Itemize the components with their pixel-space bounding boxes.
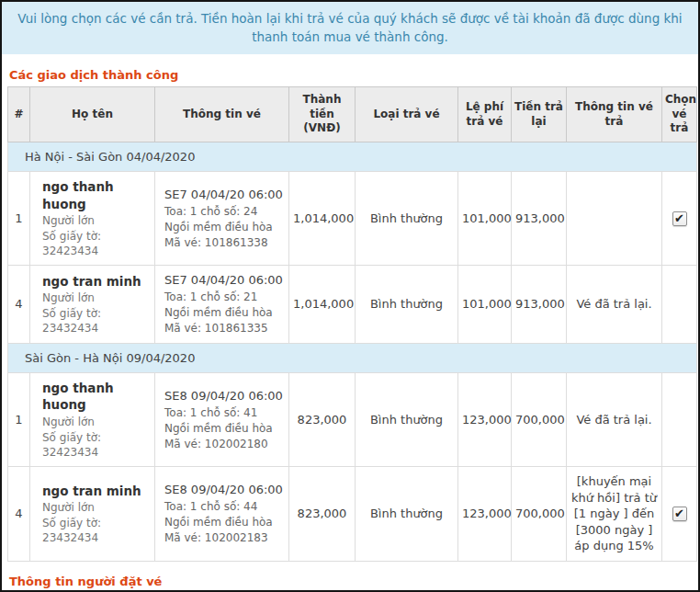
table-header-row: # Họ tên Thông tin vé Thành tiền (VNĐ) L… <box>8 87 697 142</box>
col-header-refund-type: Loại trả vé <box>356 87 458 142</box>
refund-fee: 101,000 <box>458 172 512 266</box>
table-row: 4 ngo tran minh Người lớn Số giấy tờ: 23… <box>8 266 697 343</box>
passenger-type: Người lớn <box>42 500 151 515</box>
ticket-code: Mã vé: 101861338 <box>164 235 285 250</box>
col-header-refund-info: Thông tin vé trả <box>567 87 662 142</box>
passenger-cell: ngo tran minh Người lớn Số giấy tờ: 2343… <box>30 467 155 562</box>
refund-fee: 123,000 <box>458 373 512 467</box>
col-header-fee: Lệ phí trả vé <box>458 87 512 142</box>
ticket-train: SE7 04/04/20 06:00 <box>164 187 285 203</box>
passenger-document: Số giấy tờ: 23432434 <box>42 306 151 336</box>
select-cell <box>662 266 697 343</box>
booker-heading: Thông tin người đặt vé <box>9 575 698 588</box>
ticket-seat-class: Ngồi mềm điều hòa <box>164 515 285 529</box>
ticket-code: Mã vé: 102002180 <box>164 437 285 451</box>
ticket-seat-class: Ngồi mềm điều hòa <box>164 220 285 234</box>
passenger-name: ngo thanh huong <box>42 178 151 211</box>
refund-fee: 123,000 <box>458 467 512 562</box>
section-header-row: Sài Gòn - Hà Nội 09/04/2020 <box>8 343 697 373</box>
ticket-code: Mã vé: 101861335 <box>164 321 285 336</box>
ticket-coach-seat: Toa: 1 chỗ số: 41 <box>164 405 285 420</box>
refund-type: Bình thường <box>356 373 458 467</box>
col-header-total: Thành tiền (VNĐ) <box>289 87 356 142</box>
refund-info: Vé đã trả lại. <box>567 373 662 467</box>
refund-page: Vui lòng chọn các vé cần trả. Tiền hoàn … <box>0 0 700 592</box>
passenger-document: Số giấy tờ: 23432434 <box>42 516 151 545</box>
total-amount: 823,000 <box>289 373 356 467</box>
select-cell <box>662 373 697 467</box>
refund-amount: 700,000 <box>512 373 567 467</box>
table-row: 1 ngo thanh huong Người lớn Số giấy tờ: … <box>8 373 697 467</box>
ticket-info-cell: SE8 09/04/20 06:00 Toa: 1 chỗ số: 41 Ngồ… <box>155 373 289 467</box>
row-index: 4 <box>8 266 30 343</box>
table-row: 4 ngo tran minh Người lớn Số giấy tờ: 23… <box>8 467 697 562</box>
total-amount: 1,014,000 <box>289 266 356 343</box>
refund-type: Bình thường <box>356 467 458 562</box>
refund-amount: 700,000 <box>512 467 567 562</box>
ticket-code: Mã vé: 102002183 <box>164 530 285 545</box>
refund-type: Bình thường <box>356 266 458 343</box>
refund-fee: 101,000 <box>458 266 512 343</box>
row-index: 1 <box>8 373 30 467</box>
ticket-seat-class: Ngồi mềm điều hòa <box>164 305 285 320</box>
section-header-row: Hà Nội - Sài Gòn 04/04/2020 <box>8 142 697 172</box>
passenger-type: Người lớn <box>42 213 151 228</box>
passenger-cell: ngo thanh huong Người lớn Số giấy tờ: 32… <box>30 373 155 467</box>
ticket-coach-seat: Toa: 1 chỗ số: 24 <box>164 204 285 219</box>
select-cell: ✔ <box>662 467 697 562</box>
col-header-select: Chọn vé trả <box>662 87 697 142</box>
col-header-name: Họ tên <box>30 87 155 142</box>
total-amount: 1,014,000 <box>289 172 356 266</box>
col-header-ticket-info: Thông tin vé <box>155 87 289 142</box>
ticket-info-cell: SE8 09/04/20 06:00 Toa: 1 chỗ số: 44 Ngồ… <box>155 467 289 562</box>
refund-info: Vé đã trả lại. <box>567 266 662 343</box>
select-cell: ✔ <box>662 172 697 266</box>
col-header-index: # <box>8 87 30 142</box>
passenger-type: Người lớn <box>42 415 151 429</box>
passenger-name: ngo tran minh <box>42 483 151 499</box>
passenger-document: Số giấy tờ: 32423434 <box>42 229 151 258</box>
passenger-type: Người lớn <box>42 290 151 305</box>
refund-info: [khuyến mại khứ hồi] trả từ [1 ngày ] đế… <box>567 467 662 562</box>
refund-amount: 913,000 <box>512 172 567 266</box>
table-row: 1 ngo thanh huong Người lớn Số giấy tờ: … <box>8 172 697 266</box>
refund-info <box>567 172 662 266</box>
info-banner: Vui lòng chọn các vé cần trả. Tiền hoàn … <box>2 2 698 54</box>
col-header-refund-amount: Tiền trả lại <box>512 87 567 142</box>
passenger-document: Số giấy tờ: 32423434 <box>42 430 151 460</box>
passenger-name: ngo tran minh <box>42 273 151 290</box>
passenger-name: ngo thanh huong <box>42 380 151 413</box>
ticket-coach-seat: Toa: 1 chỗ số: 21 <box>164 290 285 304</box>
select-ticket-checkbox[interactable]: ✔ <box>672 507 687 521</box>
ticket-info-cell: SE7 04/04/20 06:00 Toa: 1 chỗ số: 24 Ngồ… <box>155 172 289 266</box>
total-amount: 823,000 <box>289 467 356 562</box>
ticket-train: SE7 04/04/20 06:00 <box>164 272 285 289</box>
transactions-table: # Họ tên Thông tin vé Thành tiền (VNĐ) L… <box>7 86 697 562</box>
refund-type: Bình thường <box>356 172 458 266</box>
ticket-info-cell: SE7 04/04/20 06:00 Toa: 1 chỗ số: 21 Ngồ… <box>155 266 289 343</box>
ticket-seat-class: Ngồi mềm điều hòa <box>164 421 285 436</box>
passenger-cell: ngo thanh huong Người lớn Số giấy tờ: 32… <box>30 172 155 266</box>
select-ticket-checkbox[interactable]: ✔ <box>672 211 687 226</box>
ticket-coach-seat: Toa: 1 chỗ số: 44 <box>164 499 285 514</box>
section-title: Sài Gòn - Hà Nội 09/04/2020 <box>8 343 697 373</box>
refund-amount: 913,000 <box>512 266 567 343</box>
ticket-train: SE8 09/04/20 06:00 <box>164 388 285 404</box>
ticket-train: SE8 09/04/20 06:00 <box>164 482 285 498</box>
transactions-heading: Các giao dịch thành công <box>9 68 698 82</box>
row-index: 4 <box>8 467 30 562</box>
section-title: Hà Nội - Sài Gòn 04/04/2020 <box>8 142 697 172</box>
passenger-cell: ngo tran minh Người lớn Số giấy tờ: 2343… <box>30 266 155 343</box>
row-index: 1 <box>8 172 30 266</box>
